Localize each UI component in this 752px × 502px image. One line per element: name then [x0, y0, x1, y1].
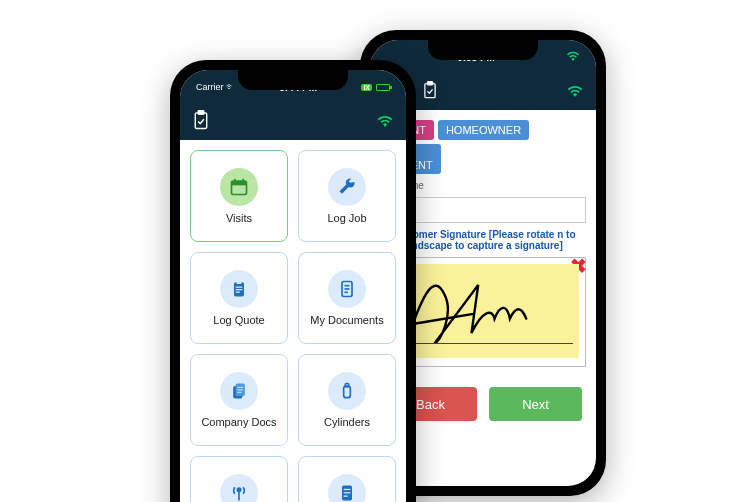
svg-rect-10 [237, 281, 242, 284]
svg-rect-6 [232, 181, 247, 185]
documents-icon [220, 372, 258, 410]
svg-rect-0 [425, 84, 435, 98]
svg-rect-20 [237, 387, 243, 388]
tile-log-quote[interactable]: Log Quote [190, 252, 288, 344]
svg-line-2 [416, 314, 474, 324]
document-icon [328, 270, 366, 308]
svg-point-25 [237, 488, 240, 491]
cylinder-icon [328, 372, 366, 410]
svg-rect-11 [236, 287, 243, 288]
clipboard-check-icon[interactable] [192, 110, 210, 134]
svg-rect-4 [198, 111, 204, 115]
wifi-icon [566, 51, 580, 63]
app-header-front [180, 104, 406, 140]
tile-label: Log Quote [213, 314, 264, 326]
battery-icon [376, 84, 390, 91]
status-carrier: Carrier ᯤ [196, 82, 235, 92]
tile-label: Visits [226, 212, 252, 224]
svg-rect-12 [236, 289, 243, 290]
tile-label: My Documents [310, 314, 383, 326]
svg-rect-28 [344, 489, 351, 490]
tile-visits[interactable]: Visits [190, 150, 288, 242]
tile-my-documents[interactable]: My Documents [298, 252, 396, 344]
tile-log-job[interactable]: Log Job [298, 150, 396, 242]
svg-rect-23 [344, 386, 351, 398]
svg-rect-3 [195, 113, 206, 129]
clipboard-icon [220, 270, 258, 308]
form-icon [328, 474, 366, 502]
chip-homeowner[interactable]: HOMEOWNER [438, 120, 529, 140]
wrench-icon [328, 168, 366, 206]
antenna-icon [220, 474, 258, 502]
tile-cylinders[interactable]: Cylinders [298, 354, 396, 446]
calendar-icon [220, 168, 258, 206]
svg-rect-21 [237, 389, 243, 390]
status-badge: IX [361, 84, 372, 91]
tile-label: Log Job [327, 212, 366, 224]
svg-rect-1 [427, 82, 432, 85]
clipboard-check-icon[interactable] [422, 81, 438, 103]
tile-label: Company Docs [201, 416, 276, 428]
wifi-icon [376, 113, 394, 131]
wifi-icon [566, 83, 584, 101]
svg-rect-22 [237, 392, 241, 393]
svg-rect-29 [344, 492, 351, 493]
svg-rect-30 [344, 496, 348, 497]
tile-status[interactable]: Status [190, 456, 288, 502]
next-button[interactable]: Next [489, 387, 582, 421]
phone-front-frame: Carrier ᯤ 8:44 PM IX [170, 60, 416, 502]
tile-company-docs[interactable]: Company Docs [190, 354, 288, 446]
svg-rect-13 [236, 292, 240, 293]
tile-forms[interactable]: Forms [298, 456, 396, 502]
tile-label: Cylinders [324, 416, 370, 428]
